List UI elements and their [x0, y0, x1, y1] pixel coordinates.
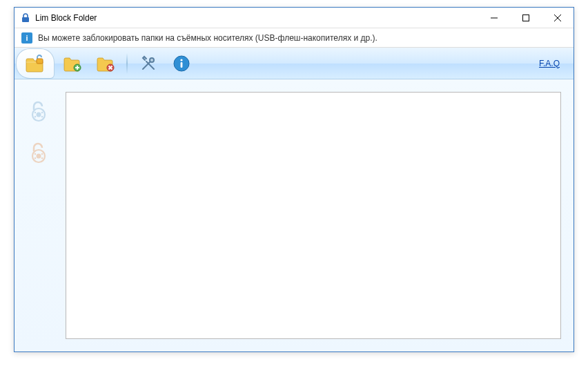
minimize-button[interactable] — [478, 8, 510, 28]
add-folder-icon — [63, 55, 82, 73]
main-area — [14, 79, 574, 351]
svg-point-19 — [37, 113, 41, 117]
infobar-text: Вы можете заблокировать папки на съёмных… — [38, 33, 378, 43]
window-title: Lim Block Folder — [35, 13, 478, 23]
svg-point-28 — [35, 157, 36, 159]
faq-link[interactable]: F.A.Q — [539, 59, 560, 68]
settings-icon — [139, 55, 157, 73]
svg-point-29 — [41, 157, 43, 159]
svg-point-26 — [35, 153, 36, 155]
svg-point-16 — [180, 59, 182, 61]
lock-folder-button[interactable] — [16, 48, 55, 79]
folder-list[interactable] — [66, 92, 561, 339]
svg-point-20 — [35, 112, 36, 113]
unlock-icon — [27, 99, 50, 123]
window-controls — [478, 8, 574, 28]
lock-button[interactable] — [25, 139, 52, 166]
settings-button[interactable] — [133, 50, 164, 77]
app-icon — [20, 12, 31, 23]
remove-folder-icon — [96, 55, 115, 73]
svg-point-25 — [37, 154, 41, 159]
toolbar-separator — [126, 53, 128, 74]
unlock-button[interactable] — [25, 97, 52, 125]
side-toolbar — [14, 79, 63, 351]
svg-rect-17 — [181, 62, 183, 68]
infobar: i Вы можете заблокировать папки на съёмн… — [14, 28, 574, 48]
maximize-button[interactable] — [510, 8, 542, 28]
toolbar: F.A.Q — [14, 48, 574, 79]
app-window: Lim Block Folder i Вы можете заблокирова… — [14, 7, 574, 352]
svg-rect-0 — [22, 17, 29, 22]
info-button[interactable] — [166, 50, 197, 77]
svg-point-21 — [41, 112, 43, 113]
close-button[interactable] — [542, 8, 574, 28]
info-icon: i — [21, 32, 32, 44]
lock-icon — [27, 141, 50, 164]
svg-rect-5 — [37, 59, 43, 64]
lock-folder-icon — [25, 54, 46, 73]
titlebar: Lim Block Folder — [14, 8, 574, 28]
svg-rect-2 — [523, 15, 529, 21]
svg-point-22 — [35, 116, 36, 117]
add-folder-button[interactable] — [57, 50, 88, 77]
remove-folder-button[interactable] — [90, 50, 121, 77]
svg-point-27 — [41, 153, 43, 155]
content-area — [63, 79, 574, 351]
svg-point-23 — [41, 116, 43, 117]
svg-point-13 — [150, 58, 154, 62]
info-circle-icon — [173, 55, 190, 73]
